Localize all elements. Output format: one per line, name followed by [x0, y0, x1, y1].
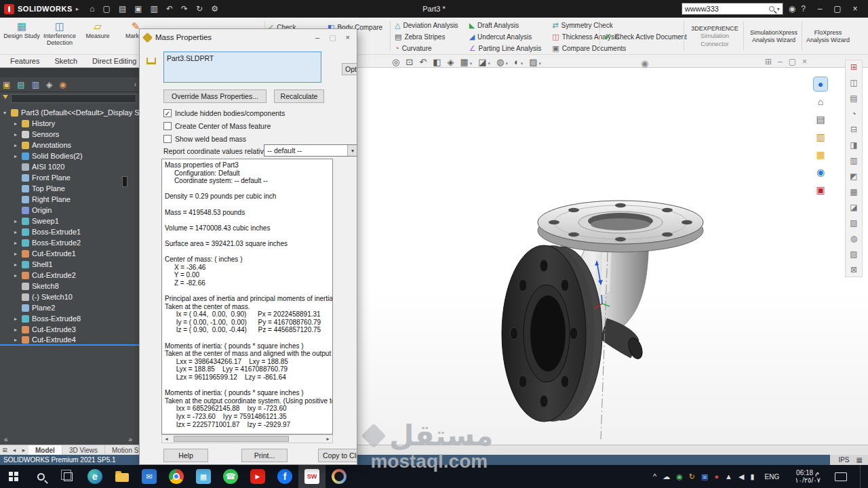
- restore-doc-icon[interactable]: ▢: [789, 57, 796, 66]
- new-document-icon[interactable]: ▢: [103, 4, 111, 14]
- taskbar-app-edge[interactable]: e: [81, 465, 108, 488]
- expander-icon[interactable]: ▸: [12, 142, 19, 148]
- tree-item[interactable]: ▾ Part3 (Default<<Default>_Display State…: [0, 107, 139, 118]
- panel-tool-icon[interactable]: ▦: [850, 187, 857, 197]
- dropdown-arrow-icon[interactable]: ▾: [347, 145, 357, 156]
- panel-tool-icon[interactable]: ⊞: [850, 62, 857, 72]
- curvature-button[interactable]: ◔ Curvature: [395, 43, 458, 54]
- expander-icon[interactable]: ▸: [12, 316, 19, 322]
- window-close-icon[interactable]: ×: [846, 0, 864, 18]
- zebra-stripes-button[interactable]: ▤ Zebra Stripes: [395, 31, 458, 43]
- security-icon[interactable]: ◉: [676, 473, 683, 481]
- expander-icon[interactable]: ▸: [12, 153, 19, 159]
- tree-item[interactable]: Plane2: [0, 302, 139, 313]
- expander-icon[interactable]: ▾: [1, 110, 8, 116]
- expander-icon[interactable]: ▸: [12, 218, 19, 224]
- report-horizontal-scrollbar[interactable]: ◂ ▸: [161, 434, 333, 443]
- display-style-icon[interactable]: ◪: [478, 57, 490, 67]
- battery-icon[interactable]: ▮: [750, 473, 754, 481]
- tab-features[interactable]: Features: [3, 56, 47, 67]
- search-dropdown-icon[interactable]: ▾: [777, 6, 780, 12]
- zoom-fit-icon[interactable]: ◎: [392, 57, 399, 67]
- options-gear-icon[interactable]: ⚙: [211, 4, 218, 14]
- scrollbar-track[interactable]: [171, 435, 323, 443]
- checkbox-box[interactable]: [163, 122, 172, 130]
- help-button[interactable]: Help: [163, 449, 208, 462]
- tree-item[interactable]: ▸ Cut-Extrude3: [0, 324, 139, 335]
- taskbar-app-file-explorer[interactable]: [108, 465, 136, 488]
- panel-tool-icon[interactable]: ▥: [850, 156, 857, 165]
- tree-item[interactable]: Top Plane: [0, 183, 139, 194]
- 3d-model[interactable]: [468, 190, 739, 441]
- floxpress-wizard-button[interactable]: FloXpress Analysis Wizard: [804, 20, 852, 54]
- previous-view-icon[interactable]: ↶: [419, 57, 427, 67]
- tree-item[interactable]: ▸ Cut-Extrude4: [0, 335, 139, 346]
- tree-item[interactable]: ▸ Boss-Extrude2: [0, 237, 139, 248]
- panel-tool-icon[interactable]: ◪: [850, 203, 857, 212]
- tree-item[interactable]: ▸ Sweep1: [0, 216, 139, 226]
- expander-icon[interactable]: ▸: [12, 337, 19, 343]
- expander-icon[interactable]: ▸: [12, 251, 19, 257]
- parting-line-analysis-button[interactable]: ∠ Parting Line Analysis: [469, 43, 542, 54]
- tree-item[interactable]: ▸ History: [0, 118, 139, 129]
- update-icon[interactable]: ↻: [689, 473, 695, 481]
- tree-item[interactable]: Sketch8: [0, 281, 139, 291]
- interference-detection-button[interactable]: ◫ Interference Detection: [41, 20, 79, 54]
- tree-item[interactable]: Origin: [0, 205, 139, 216]
- panel-tool-icon[interactable]: ◫: [850, 78, 857, 87]
- taskbar-app-youtube[interactable]: ▶: [244, 465, 271, 488]
- tree-item[interactable]: ▸ Sensors: [0, 129, 139, 140]
- menu-expand-icon[interactable]: ▸: [76, 5, 79, 12]
- panel-tool-icon[interactable]: ◩: [850, 171, 857, 181]
- feature-manager-tab-icon[interactable]: ▣: [3, 80, 10, 89]
- units-indicator[interactable]: IPS: [838, 456, 849, 464]
- tree-item[interactable]: (-) Sketch10: [0, 291, 139, 302]
- tree-item[interactable]: Right Plane: [0, 194, 139, 205]
- splitter-icon[interactable]: ⊞: [0, 447, 9, 453]
- measure-button[interactable]: ▱ Measure: [79, 20, 117, 54]
- expand-panel-icon[interactable]: »: [128, 436, 132, 443]
- network-icon[interactable]: ▲: [725, 473, 732, 481]
- panel-tool-icon[interactable]: ⊟: [850, 125, 857, 134]
- user-account-icon[interactable]: ◉: [789, 4, 795, 14]
- copy-to-clipboard-button[interactable]: Copy to Clipboard: [318, 449, 357, 462]
- section-view-icon[interactable]: ◧: [433, 57, 441, 67]
- scroll-left-icon[interactable]: ◂: [162, 436, 171, 442]
- annotation-views-icon[interactable]: ◈: [447, 57, 454, 67]
- messaging-icon[interactable]: ▣: [701, 473, 708, 481]
- status-pane-icon[interactable]: ▦: [856, 456, 863, 464]
- language-indicator[interactable]: ENG: [761, 473, 784, 481]
- checkbox-show-weld-bead-mass[interactable]: Show weld bead mass: [163, 134, 246, 144]
- media-icon[interactable]: ●: [714, 473, 719, 481]
- redo-icon[interactable]: ↷: [181, 4, 188, 14]
- undo-icon[interactable]: ↶: [166, 4, 173, 14]
- search-icon[interactable]: [769, 6, 774, 12]
- view-orientation-icon[interactable]: ▦: [460, 57, 472, 67]
- shortcut-bar-icon[interactable]: ◉: [641, 58, 648, 68]
- expander-icon[interactable]: ▸: [12, 262, 19, 268]
- deviation-analysis-button[interactable]: △ Deviation Analysis: [395, 20, 458, 31]
- scroll-tabs-right-icon[interactable]: ▸: [19, 447, 28, 453]
- print-button[interactable]: Print...: [241, 449, 288, 462]
- dimxpert-manager-tab-icon[interactable]: ◈: [46, 80, 52, 89]
- window-minimize-icon[interactable]: –: [811, 0, 829, 18]
- view-settings-icon[interactable]: ▨: [529, 57, 541, 67]
- taskbar-app-mail[interactable]: ✉: [136, 465, 163, 488]
- expander-icon[interactable]: ▸: [12, 229, 19, 235]
- checkbox-create-center-of-mass[interactable]: Create Center of Mass feature: [163, 121, 271, 131]
- dialog-title-bar[interactable]: Mass Properties – ▢ ×: [140, 29, 357, 45]
- design-study-button[interactable]: ▦ Design Study: [3, 20, 41, 54]
- help-icon[interactable]: ?: [801, 4, 806, 14]
- panel-tool-icon[interactable]: ◨: [850, 140, 857, 150]
- action-center-icon[interactable]: [835, 472, 847, 481]
- minimize-doc-icon[interactable]: –: [778, 57, 783, 66]
- tree-item[interactable]: ▸ Cut-Extrude1: [0, 248, 139, 259]
- dialog-close-icon[interactable]: ×: [346, 33, 350, 42]
- print-icon[interactable]: ▥: [151, 4, 158, 14]
- window-menu-icon[interactable]: ⊞: [765, 57, 772, 66]
- tree-item[interactable]: ▸ Shell1: [0, 259, 139, 270]
- checkbox-box[interactable]: [163, 109, 172, 117]
- panel-expand-icon[interactable]: ›: [134, 81, 136, 88]
- panel-tool-icon[interactable]: ◔: [851, 109, 856, 119]
- home-icon[interactable]: ⌂: [90, 4, 94, 14]
